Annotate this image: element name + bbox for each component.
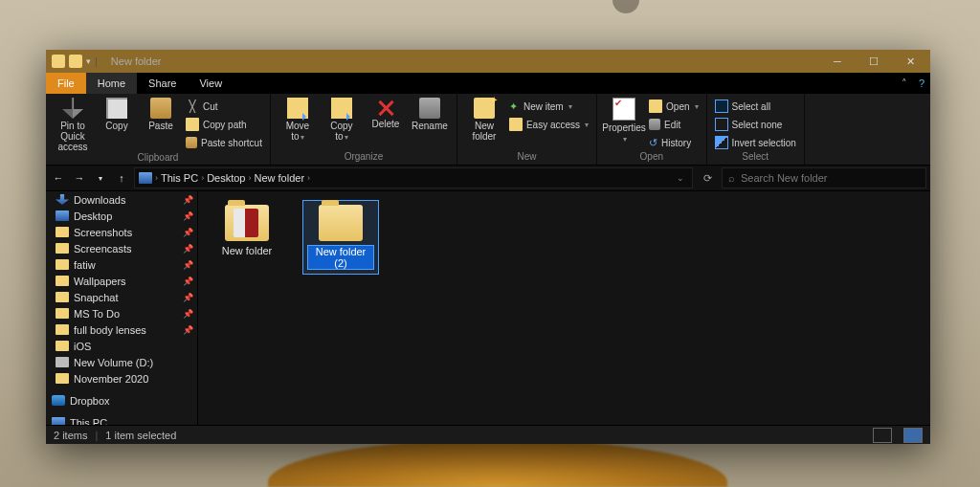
- window-title: New folder: [111, 55, 815, 67]
- history-button[interactable]: ↺History: [647, 134, 700, 151]
- path-icon: [186, 118, 199, 131]
- maximize-button[interactable]: ☐: [859, 50, 888, 73]
- sidebar-item[interactable]: MS To Do📌: [46, 305, 197, 321]
- breadcrumb-item[interactable]: New folder: [254, 172, 304, 184]
- file-name: New folder: [222, 245, 273, 256]
- file-item[interactable]: New folder (2): [303, 201, 378, 274]
- desktop-thumbtack: [612, 0, 639, 13]
- group-open: Properties▾ Open▾ Edit ↺History Open: [597, 94, 706, 165]
- sidebar-item[interactable]: Screenshots📌: [46, 224, 197, 240]
- pc-icon: [139, 172, 152, 184]
- group-clipboard: Pin to Quickaccess Copy Paste Cut Copy p…: [46, 94, 271, 165]
- search-placeholder: Search New folder: [741, 172, 828, 184]
- copy-to-button[interactable]: Copyto▾: [321, 96, 363, 143]
- delete-button[interactable]: Delete: [365, 96, 407, 129]
- back-button[interactable]: ←: [50, 169, 67, 187]
- copy-button[interactable]: Copy: [96, 96, 138, 131]
- invert-selection-button[interactable]: Invert selection: [713, 134, 798, 151]
- icons-view-button[interactable]: [903, 428, 923, 443]
- sidebar-item[interactable]: Wallpapers📌: [46, 273, 197, 289]
- help-button[interactable]: ?: [913, 73, 930, 94]
- rename-icon: [419, 98, 440, 119]
- move-to-button[interactable]: Moveto▾: [277, 96, 319, 143]
- recent-button[interactable]: ▾: [92, 169, 109, 187]
- nav-pane[interactable]: Downloads📌Desktop📌Screenshots📌Screencast…: [46, 191, 198, 425]
- folder-icon: [56, 357, 69, 367]
- folder-icon: [56, 194, 69, 205]
- sidebar-item[interactable]: November 2020: [46, 370, 197, 387]
- tab-home[interactable]: Home: [86, 73, 137, 94]
- copy-path-button[interactable]: Copy path: [184, 116, 264, 133]
- group-new: Newfolder ✦New item▾ Easy access▾ New: [457, 94, 597, 165]
- sidebar-item[interactable]: Desktop📌: [46, 208, 197, 224]
- group-select: Select all Select none Invert selection …: [707, 94, 805, 165]
- qat: ▾ |: [52, 55, 98, 68]
- sidebar-item[interactable]: Downloads📌: [46, 191, 197, 208]
- folder-icon: [56, 341, 69, 351]
- forward-button[interactable]: →: [71, 169, 88, 187]
- move-icon: [287, 98, 308, 119]
- sidebar-item[interactable]: New Volume (D:): [46, 354, 197, 370]
- check-icon: [715, 118, 728, 131]
- edit-button[interactable]: Edit: [647, 116, 700, 133]
- newfolder-icon: [474, 98, 495, 119]
- qat-icon[interactable]: [52, 55, 65, 68]
- folder-icon: [56, 292, 69, 302]
- sidebar-item[interactable]: full body lenses📌: [46, 321, 197, 338]
- tab-view[interactable]: View: [188, 73, 234, 94]
- folder-icon: [225, 205, 269, 241]
- pin-icon: 📌: [183, 211, 193, 221]
- close-button[interactable]: ✕: [896, 50, 924, 73]
- sidebar-item[interactable]: Snapchat📌: [46, 289, 197, 305]
- qat-icon[interactable]: [69, 55, 82, 68]
- group-label: Open: [603, 151, 700, 163]
- item-count: 2 items: [54, 430, 87, 441]
- group-label: Organize: [277, 151, 451, 163]
- address-dropdown[interactable]: ⌄: [673, 173, 688, 183]
- new-folder-button[interactable]: Newfolder: [463, 96, 505, 142]
- folder-icon: [56, 276, 69, 286]
- sidebar-item[interactable]: iOS: [46, 338, 197, 354]
- sidebar-item[interactable]: Screencasts📌: [46, 240, 197, 256]
- minimize-button[interactable]: ─: [823, 50, 852, 73]
- paste-shortcut-button[interactable]: Paste shortcut: [184, 134, 264, 151]
- file-name-input[interactable]: New folder (2): [307, 245, 374, 270]
- rename-button[interactable]: Rename: [409, 96, 451, 131]
- pin-icon: 📌: [183, 309, 193, 319]
- breadcrumb[interactable]: › This PC› Desktop› New folder› ⌄: [134, 167, 693, 188]
- pin-quick-access-button[interactable]: Pin to Quickaccess: [52, 96, 94, 152]
- file-item[interactable]: New folder: [210, 201, 284, 260]
- ribbon-tabs: File Home Share View ˄ ?: [46, 73, 930, 94]
- easy-access-button[interactable]: Easy access▾: [507, 116, 590, 133]
- collapse-ribbon-button[interactable]: ˄: [896, 73, 913, 94]
- properties-button[interactable]: Properties▾: [603, 96, 645, 144]
- sidebar-item[interactable]: fatiw📌: [46, 256, 197, 273]
- sidebar-header[interactable]: Dropbox: [46, 392, 197, 409]
- desktop-fabric: [268, 439, 727, 487]
- search-input[interactable]: ⌕Search New folder: [722, 167, 926, 188]
- up-button[interactable]: ↑: [113, 169, 130, 187]
- pin-icon: 📌: [183, 195, 193, 205]
- folder-icon: [56, 210, 69, 221]
- breadcrumb-item[interactable]: This PC: [161, 172, 198, 184]
- check-icon: [715, 100, 728, 113]
- file-list[interactable]: New folderNew folder (2): [198, 191, 930, 425]
- sidebar-header[interactable]: This PC: [46, 414, 197, 425]
- new-item-button[interactable]: ✦New item▾: [507, 98, 590, 115]
- copy-icon: [106, 98, 127, 119]
- folder-icon: [56, 227, 69, 237]
- tab-share[interactable]: Share: [137, 73, 188, 94]
- open-button[interactable]: Open▾: [647, 98, 700, 115]
- refresh-button[interactable]: ⟳: [697, 172, 718, 185]
- details-view-button[interactable]: [873, 428, 892, 443]
- properties-icon: [612, 98, 635, 121]
- ribbon: Pin to Quickaccess Copy Paste Cut Copy p…: [46, 94, 930, 166]
- cut-button[interactable]: Cut: [184, 98, 264, 115]
- paste-button[interactable]: Paste: [140, 96, 182, 131]
- breadcrumb-item[interactable]: Desktop: [207, 172, 245, 184]
- select-none-button[interactable]: Select none: [713, 116, 798, 133]
- titlebar[interactable]: ▾ | New folder ─ ☐ ✕: [46, 50, 930, 73]
- tab-file[interactable]: File: [46, 73, 86, 94]
- select-all-button[interactable]: Select all: [713, 98, 798, 115]
- pin-icon: 📌: [183, 277, 193, 286]
